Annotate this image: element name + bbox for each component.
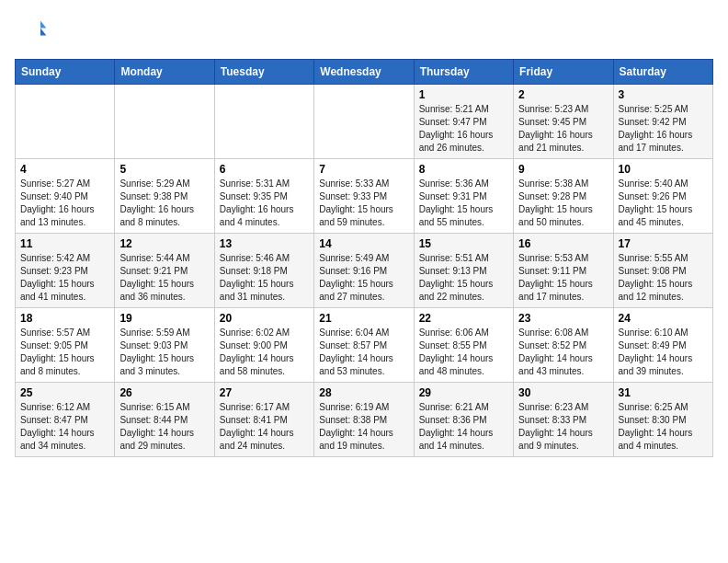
day-number: 15 xyxy=(419,237,508,250)
day-info: Sunrise: 5:55 AM Sunset: 9:08 PM Dayligh… xyxy=(619,252,708,304)
day-info: Sunrise: 5:33 AM Sunset: 9:33 PM Dayligh… xyxy=(319,178,408,229)
day-number: 1 xyxy=(419,88,508,101)
header-thursday: Thursday xyxy=(414,60,513,85)
day-number: 20 xyxy=(220,312,309,325)
day-info: Sunrise: 5:49 AM Sunset: 9:16 PM Dayligh… xyxy=(319,252,408,304)
day-info: Sunrise: 6:15 AM Sunset: 8:44 PM Dayligh… xyxy=(119,401,209,453)
day-info: Sunrise: 6:25 AM Sunset: 8:30 PM Dayligh… xyxy=(619,401,708,453)
day-number: 11 xyxy=(20,237,109,250)
day-cell: 21Sunrise: 6:04 AM Sunset: 8:57 PM Dayli… xyxy=(314,308,414,383)
day-info: Sunrise: 5:25 AM Sunset: 9:42 PM Dayligh… xyxy=(619,103,708,155)
day-number: 16 xyxy=(518,237,608,250)
day-number: 5 xyxy=(119,163,209,176)
header-sunday: Sunday xyxy=(16,60,115,85)
day-info: Sunrise: 5:44 AM Sunset: 9:21 PM Dayligh… xyxy=(119,252,209,304)
day-cell: 16Sunrise: 5:53 AM Sunset: 9:11 PM Dayli… xyxy=(514,234,613,308)
day-number: 6 xyxy=(220,163,309,176)
day-info: Sunrise: 5:36 AM Sunset: 9:31 PM Dayligh… xyxy=(419,178,508,229)
day-cell: 12Sunrise: 5:44 AM Sunset: 9:21 PM Dayli… xyxy=(115,234,214,308)
day-cell xyxy=(115,85,214,159)
day-cell: 6Sunrise: 5:31 AM Sunset: 9:35 PM Daylig… xyxy=(214,159,313,234)
day-number: 31 xyxy=(619,386,708,399)
day-number: 28 xyxy=(319,386,408,399)
day-cell: 8Sunrise: 5:36 AM Sunset: 9:31 PM Daylig… xyxy=(414,159,513,234)
day-cell: 5Sunrise: 5:29 AM Sunset: 9:38 PM Daylig… xyxy=(115,159,214,234)
day-number: 22 xyxy=(419,312,508,325)
day-cell: 23Sunrise: 6:08 AM Sunset: 8:52 PM Dayli… xyxy=(514,308,613,383)
day-number: 8 xyxy=(419,163,508,176)
day-number: 25 xyxy=(20,386,109,399)
day-info: Sunrise: 6:21 AM Sunset: 8:36 PM Dayligh… xyxy=(419,401,508,453)
day-cell: 4Sunrise: 5:27 AM Sunset: 9:40 PM Daylig… xyxy=(16,159,115,234)
header-monday: Monday xyxy=(115,60,214,85)
day-cell: 18Sunrise: 5:57 AM Sunset: 9:05 PM Dayli… xyxy=(16,308,115,383)
week-row-3: 18Sunrise: 5:57 AM Sunset: 9:05 PM Dayli… xyxy=(16,308,713,383)
week-row-4: 25Sunrise: 6:12 AM Sunset: 8:47 PM Dayli… xyxy=(16,383,713,457)
day-info: Sunrise: 5:29 AM Sunset: 9:38 PM Dayligh… xyxy=(119,178,209,229)
day-info: Sunrise: 6:06 AM Sunset: 8:55 PM Dayligh… xyxy=(419,327,508,378)
day-cell: 25Sunrise: 6:12 AM Sunset: 8:47 PM Dayli… xyxy=(16,383,115,457)
day-info: Sunrise: 6:12 AM Sunset: 8:47 PM Dayligh… xyxy=(20,401,109,453)
day-number: 12 xyxy=(119,237,209,250)
day-cell xyxy=(214,85,313,159)
svg-marker-0 xyxy=(40,20,46,28)
day-cell: 26Sunrise: 6:15 AM Sunset: 8:44 PM Dayli… xyxy=(115,383,214,457)
day-cell: 31Sunrise: 6:25 AM Sunset: 8:30 PM Dayli… xyxy=(613,383,712,457)
day-number: 27 xyxy=(220,386,309,399)
day-number: 9 xyxy=(518,163,608,176)
week-row-2: 11Sunrise: 5:42 AM Sunset: 9:23 PM Dayli… xyxy=(16,234,713,308)
day-cell xyxy=(314,85,414,159)
header-tuesday: Tuesday xyxy=(214,60,313,85)
day-cell: 13Sunrise: 5:46 AM Sunset: 9:18 PM Dayli… xyxy=(214,234,313,308)
day-cell: 1Sunrise: 5:21 AM Sunset: 9:47 PM Daylig… xyxy=(414,85,513,159)
day-number: 26 xyxy=(119,386,209,399)
header-wednesday: Wednesday xyxy=(314,60,414,85)
day-info: Sunrise: 5:42 AM Sunset: 9:23 PM Dayligh… xyxy=(20,252,109,304)
day-info: Sunrise: 6:10 AM Sunset: 8:49 PM Dayligh… xyxy=(619,327,708,378)
day-number: 17 xyxy=(619,237,708,250)
day-number: 19 xyxy=(119,312,209,325)
day-cell xyxy=(16,85,115,159)
day-number: 4 xyxy=(20,163,109,176)
day-info: Sunrise: 6:02 AM Sunset: 9:00 PM Dayligh… xyxy=(220,327,309,378)
day-info: Sunrise: 6:04 AM Sunset: 8:57 PM Dayligh… xyxy=(319,327,408,378)
day-cell: 14Sunrise: 5:49 AM Sunset: 9:16 PM Dayli… xyxy=(314,234,414,308)
page-header xyxy=(15,15,713,48)
day-info: Sunrise: 5:59 AM Sunset: 9:03 PM Dayligh… xyxy=(119,327,209,378)
day-number: 2 xyxy=(518,88,608,101)
day-cell: 24Sunrise: 6:10 AM Sunset: 8:49 PM Dayli… xyxy=(613,308,712,383)
day-number: 7 xyxy=(319,163,408,176)
day-info: Sunrise: 5:53 AM Sunset: 9:11 PM Dayligh… xyxy=(518,252,608,304)
day-info: Sunrise: 5:46 AM Sunset: 9:18 PM Dayligh… xyxy=(220,252,309,304)
day-info: Sunrise: 5:40 AM Sunset: 9:26 PM Dayligh… xyxy=(619,178,708,229)
day-cell: 11Sunrise: 5:42 AM Sunset: 9:23 PM Dayli… xyxy=(16,234,115,308)
day-cell: 7Sunrise: 5:33 AM Sunset: 9:33 PM Daylig… xyxy=(314,159,414,234)
day-info: Sunrise: 5:27 AM Sunset: 9:40 PM Dayligh… xyxy=(20,178,109,229)
day-info: Sunrise: 5:31 AM Sunset: 9:35 PM Dayligh… xyxy=(220,178,309,229)
day-info: Sunrise: 6:23 AM Sunset: 8:33 PM Dayligh… xyxy=(518,401,608,453)
day-info: Sunrise: 5:38 AM Sunset: 9:28 PM Dayligh… xyxy=(518,178,608,229)
day-number: 29 xyxy=(419,386,508,399)
day-number: 13 xyxy=(220,237,309,250)
day-info: Sunrise: 6:19 AM Sunset: 8:38 PM Dayligh… xyxy=(319,401,408,453)
logo-icon xyxy=(18,15,48,44)
day-cell: 19Sunrise: 5:59 AM Sunset: 9:03 PM Dayli… xyxy=(115,308,214,383)
day-cell: 17Sunrise: 5:55 AM Sunset: 9:08 PM Dayli… xyxy=(613,234,712,308)
day-cell: 29Sunrise: 6:21 AM Sunset: 8:36 PM Dayli… xyxy=(414,383,513,457)
header-saturday: Saturday xyxy=(613,60,712,85)
day-cell: 2Sunrise: 5:23 AM Sunset: 9:45 PM Daylig… xyxy=(514,85,613,159)
day-number: 14 xyxy=(319,237,408,250)
logo xyxy=(15,15,48,48)
header-friday: Friday xyxy=(514,60,613,85)
day-number: 10 xyxy=(619,163,708,176)
day-info: Sunrise: 5:21 AM Sunset: 9:47 PM Dayligh… xyxy=(419,103,508,155)
day-cell: 30Sunrise: 6:23 AM Sunset: 8:33 PM Dayli… xyxy=(514,383,613,457)
day-cell: 28Sunrise: 6:19 AM Sunset: 8:38 PM Dayli… xyxy=(314,383,414,457)
day-number: 23 xyxy=(518,312,608,325)
day-cell: 10Sunrise: 5:40 AM Sunset: 9:26 PM Dayli… xyxy=(613,159,712,234)
day-cell: 22Sunrise: 6:06 AM Sunset: 8:55 PM Dayli… xyxy=(414,308,513,383)
calendar-table: SundayMondayTuesdayWednesdayThursdayFrid… xyxy=(15,59,713,457)
week-row-0: 1Sunrise: 5:21 AM Sunset: 9:47 PM Daylig… xyxy=(16,85,713,159)
day-number: 24 xyxy=(619,312,708,325)
day-info: Sunrise: 6:08 AM Sunset: 8:52 PM Dayligh… xyxy=(518,327,608,378)
